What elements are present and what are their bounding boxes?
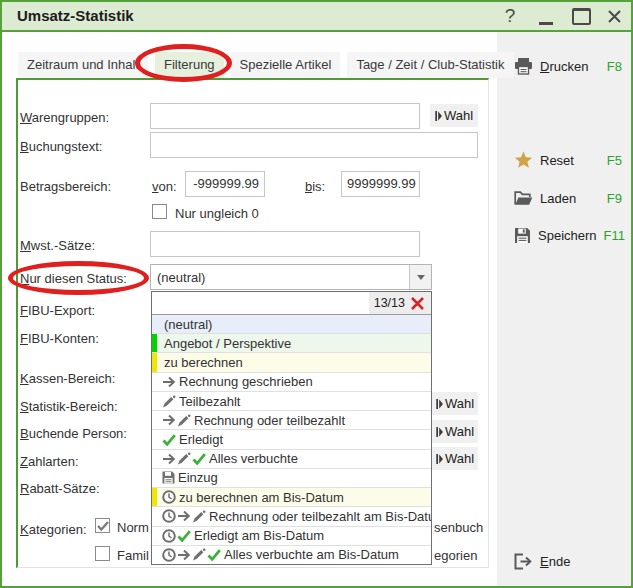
tab-zeitraum-und-inhalt[interactable]: Zeitraum und Inhalt — [18, 52, 148, 78]
disk-icon — [162, 471, 175, 484]
chevron-down-icon — [417, 275, 425, 280]
nur-ungleich-0-checkbox[interactable] — [152, 204, 167, 219]
dropdown-item[interactable]: zu berechnen — [152, 353, 431, 372]
reset-fnkey: F5 — [607, 153, 626, 168]
maximize-icon — [572, 8, 591, 25]
clock-icon — [162, 490, 176, 504]
sidebar — [497, 32, 631, 586]
buchungstext-input[interactable] — [150, 132, 478, 158]
clock-icon — [162, 548, 176, 562]
dropdown-item-label: zu berechnen am Bis-Datum — [179, 490, 344, 505]
betrag-von-input[interactable]: -999999.99 — [185, 171, 265, 197]
kategorien-checkbox-1-label: Norm — [117, 520, 149, 535]
tab-filterung[interactable]: Filterung — [155, 52, 224, 78]
wahl-button-label: Wahl — [445, 396, 474, 411]
statistik-bereich-wahl-button[interactable]: Wahl — [432, 392, 478, 415]
status-combobox[interactable]: (neutral) — [150, 264, 432, 290]
kategorien-label-fragment-right-1: senbuch — [434, 520, 483, 535]
nur-ungleich-0-label: Nur ungleich 0 — [175, 206, 259, 221]
folder-icon — [514, 191, 533, 206]
dropdown-item[interactable]: Alles verbuchte — [152, 450, 431, 469]
minimize-button[interactable] — [534, 4, 558, 28]
kassen-bereich-label: Kassen-Bereich: — [20, 371, 115, 386]
warengruppen-label: Warengruppen: — [20, 110, 109, 125]
wahl-button-label: Wahl — [445, 451, 474, 466]
check-icon — [162, 434, 176, 446]
dropdown-list: (neutral)Angebot / Perspektivezu berechn… — [152, 315, 431, 564]
pencil-icon — [177, 414, 191, 427]
dropdown-item[interactable]: Angebot / Perspektive — [152, 334, 431, 353]
dropdown-item[interactable]: (neutral) — [152, 315, 431, 334]
reset-button[interactable]: Reset F5 — [514, 150, 626, 170]
status-color-bar — [152, 353, 157, 371]
wahl-icon — [436, 399, 443, 409]
dropdown-item-label: Erledigt am Bis-Datum — [194, 528, 324, 543]
mwst-saetze-label: Mwst.-Sätze: — [20, 238, 95, 253]
dropdown-item[interactable]: Erledigt am Bis-Datum — [152, 527, 431, 546]
tab-tage-zeit-club-statistik[interactable]: Tage / Zeit / Club-Statistik — [347, 52, 513, 78]
dropdown-counter-area: 13/13 — [369, 292, 431, 314]
kategorien-checkbox-2[interactable] — [95, 546, 110, 561]
dropdown-close-button[interactable] — [405, 296, 429, 311]
maximize-button[interactable] — [569, 4, 593, 28]
clock-icon — [162, 529, 176, 543]
arrow-icon — [162, 453, 176, 465]
betragsbereich-label: Betragsbereich: — [20, 179, 111, 194]
warengruppen-input[interactable] — [150, 103, 420, 129]
mwst-saetze-input[interactable] — [150, 231, 420, 257]
kategorien-checkbox-1[interactable] — [95, 518, 110, 533]
dropdown-result-counter: 13/13 — [369, 296, 405, 310]
arrow-icon — [162, 376, 176, 388]
status-color-bar — [152, 334, 157, 352]
arrow-icon — [177, 510, 191, 522]
close-button[interactable] — [602, 4, 626, 28]
dropdown-item[interactable]: Teilbezahlt — [152, 392, 431, 411]
dropdown-item-label: Erledigt — [179, 432, 223, 447]
minimize-icon — [539, 22, 553, 25]
save-button[interactable]: Speichern F11 — [514, 225, 626, 245]
buchende-person-wahl-button[interactable]: Wahl — [432, 420, 478, 443]
dropdown-item[interactable]: Einzug — [152, 469, 431, 488]
print-button[interactable]: Drucken F8 — [514, 56, 626, 76]
zahlarten-wahl-button[interactable]: Wahl — [432, 447, 478, 470]
dropdown-item-label: Alles verbuchte am Bis-Datum — [224, 547, 399, 562]
dropdown-search-input[interactable] — [152, 292, 369, 314]
buchungstext-label: Buchungstext: — [20, 139, 102, 154]
dropdown-item[interactable]: Rechnung geschrieben — [152, 373, 431, 392]
dropdown-item-label: (neutral) — [164, 317, 212, 332]
end-button[interactable]: Ende — [514, 551, 626, 571]
dropdown-item-label: Teilbezahlt — [179, 394, 240, 409]
dropdown-item[interactable]: Erledigt — [152, 430, 431, 449]
star-icon — [514, 151, 533, 169]
exit-icon — [514, 553, 533, 570]
checkmark-icon — [97, 521, 109, 531]
dropdown-item[interactable]: Alles verbuchte am Bis-Datum — [152, 546, 431, 564]
check-icon — [207, 549, 221, 561]
dropdown-item[interactable]: Rechnung oder teilbezahlt am Bis-Datum — [152, 507, 431, 526]
wahl-icon — [436, 427, 443, 437]
dropdown-search-row: 13/13 — [152, 292, 431, 315]
dropdown-item-label: Angebot / Perspektive — [164, 336, 291, 351]
close-icon — [607, 9, 622, 24]
warengruppen-wahl-button[interactable]: Wahl — [430, 104, 478, 127]
reset-button-label: Reset — [540, 153, 574, 168]
dropdown-item[interactable]: zu berechnen am Bis-Datum — [152, 488, 431, 507]
pencil-icon — [177, 452, 191, 465]
end-button-label: Ende — [540, 554, 570, 569]
dropdown-item-label: zu berechnen — [164, 355, 243, 370]
combobox-dropdown-button[interactable] — [409, 265, 431, 289]
rabatt-saetze-label: Rabatt-Sätze: — [20, 481, 100, 496]
load-button[interactable]: Laden F9 — [514, 188, 626, 208]
help-button[interactable]: ? — [498, 4, 522, 28]
window-title: Umsatz-Statistik — [17, 7, 134, 24]
betrag-bis-input[interactable]: 9999999.99 — [341, 171, 420, 197]
tab-spezielle-artikel[interactable]: Spezielle Artikel — [231, 52, 341, 78]
help-icon: ? — [505, 5, 516, 27]
red-x-icon — [410, 296, 425, 311]
von-label: von: — [152, 179, 177, 194]
save-button-label: Speichern — [538, 228, 597, 243]
dropdown-item-label: Rechnung oder teilbezahlt am Bis-Datum — [209, 509, 431, 524]
print-fnkey: F8 — [607, 59, 626, 74]
zahlarten-label: Zahlarten: — [20, 454, 79, 469]
dropdown-item[interactable]: Rechnung oder teilbezahlt — [152, 411, 431, 430]
